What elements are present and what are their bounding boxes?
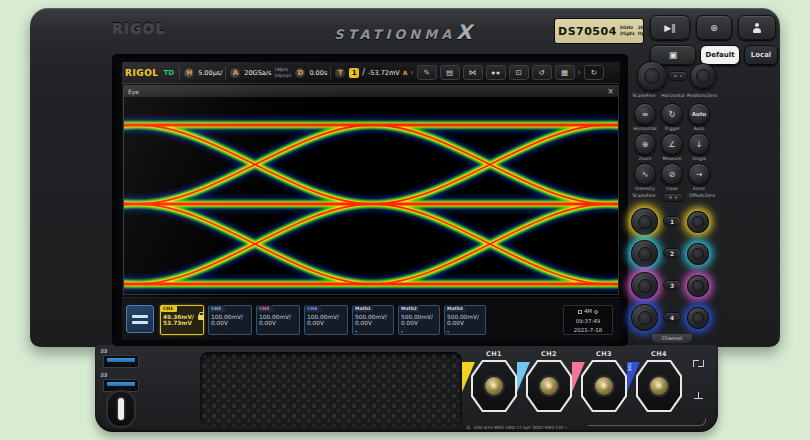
expander-icon[interactable]: ▾ [401,329,403,334]
bezel-series-name: STATIONMAX [290,20,520,44]
intensity-button[interactable]: ∿ [634,163,656,185]
trigger-slope-icon: / [362,68,365,77]
dots-button[interactable]: ● ● [486,65,506,80]
sample-rate-value[interactable]: 20GSa/s [244,69,271,77]
trigger-button[interactable]: ↻ [661,103,683,125]
default-button[interactable]: Default [700,45,740,65]
channel-box-ch3[interactable]: CH3 100.00mV/ 0.00V [256,305,300,335]
measure-button[interactable]: ∠ [661,133,683,155]
toolbar-back-chevron[interactable]: ‹ [410,68,413,77]
clock-date: 2021-7-18 [564,326,612,336]
horizontal-nav-button[interactable] [668,71,688,81]
clear-button[interactable]: ⊘ [661,163,683,185]
ch4-menu-button[interactable]: 4 [663,312,681,322]
channel-tab[interactable]: Channel [652,334,692,343]
record-icon [594,310,598,314]
expander-icon[interactable]: ▾ [447,329,449,334]
ch2-menu-button[interactable]: 2 [663,248,681,258]
ch2-bnc-connector [526,360,572,412]
settings-button[interactable]: ⊛ [696,15,732,40]
eye-diagram-button[interactable]: ⋈ [463,65,483,80]
zoom-button[interactable]: ⊕ [634,133,656,155]
model-badge: DS70504 5GHz2Gpts 20GSa/sOption [554,18,644,44]
vertical-nav-button[interactable] [662,193,684,202]
local-button[interactable]: Local [744,45,778,65]
timebase-value[interactable]: 5.00µs/ [198,69,222,77]
label-horizontal: Horizontal [658,93,688,98]
ch3-bnc-connector [581,360,627,412]
channel-box-ch4[interactable]: CH4 100.00mV/ 0.00V [304,305,348,335]
square-wave-icon [693,360,704,367]
ch1-offset-knob[interactable] [687,211,709,233]
stop-run-button[interactable]: ⊡ [509,65,529,80]
usb-ss-label-2: SS [100,372,107,378]
ch4-offset-knob[interactable] [687,307,709,329]
channel-box-ch1[interactable]: CH1 49.36mV/ 53.73mV [160,305,204,335]
expander-icon[interactable]: ▾ [355,329,357,334]
close-icon[interactable]: × [607,88,614,96]
acquire-mode-indicator: TD [164,69,175,77]
ch2-label: CH2 [527,350,571,358]
horizontal-badge-icon[interactable]: H [183,67,195,79]
trigger-source-badge[interactable]: 1 [349,68,359,78]
lock-icon [198,315,204,320]
usb-port-1 [103,355,139,368]
force-button[interactable]: → [688,163,710,185]
channel-box-ch2[interactable]: CH2 100.00mV/ 0.00V [208,305,252,335]
horizontal-scale-knob[interactable] [637,61,667,91]
ch3-label: CH3 [582,350,626,358]
usb-ss-label-1: SS [100,348,107,354]
run-pause-button[interactable]: ▶‖ [650,15,690,40]
refresh-button[interactable]: ↻ [584,65,604,80]
label-scale-fine-bottom: Scale/Fine [628,193,660,198]
speaker-grille [200,352,462,426]
series-text: STATIONMA [334,27,455,42]
toolbar-more-chevron[interactable]: › [578,68,581,77]
ch3-offset-knob[interactable] [687,275,709,297]
ch3-menu-button[interactable]: 3 [663,280,681,290]
apps-grid-button[interactable]: ▦ [555,65,575,80]
annotate-button[interactable]: ✎ [417,65,437,80]
math3-box[interactable]: Math3 500.00mV/ 0.00V ▾ [444,305,486,335]
ch4-bracket-line [588,418,706,426]
math2-box[interactable]: Math2 500.00mV/ 0.00V ▾ [398,305,440,335]
model-number: DS70504 [558,25,617,38]
model-specs-col1: 5GHz2Gpts [620,25,635,38]
trigger-level-value[interactable]: -53.72mV [368,69,400,77]
ch1-menu-button[interactable]: 1 [663,216,681,226]
ch2-offset-knob[interactable] [687,243,709,265]
display-menu-icon[interactable] [126,305,154,333]
gear-icon: ⊛ [710,23,718,33]
toolbar-rigol-logo: RIGOL [125,68,159,78]
delay-badge-icon[interactable]: D [294,67,306,79]
eye-window-title: Eye [128,88,139,95]
auto-button[interactable]: Auto [688,103,710,125]
eye-diagram [124,98,618,294]
eye-window-titlebar[interactable]: Eye × [124,86,618,97]
user-button[interactable] [738,15,776,40]
play-pause-icon: ▶‖ [664,23,675,33]
math1-box[interactable]: Math1 500.00mV/ 0.00V ▾ [352,305,394,335]
ch2-scale-knob[interactable] [631,240,658,267]
input-rating-text: ⚠ 50Ω ≤5V RMS 1MΩ 77.5pF 300V RMS CAT I [466,424,566,430]
cursor-table-button[interactable]: ▤ [440,65,460,80]
horizontal-button[interactable]: ≡ [634,103,656,125]
ch1-scale-knob[interactable] [631,208,658,235]
bezel-rigol-logo: RIGOL [112,20,165,36]
horizontal-position-knob[interactable] [690,63,716,89]
label-scale-fine-top: Scale/Fine [628,93,660,98]
ch3-scale-knob[interactable] [631,272,658,299]
ch4-scale-knob[interactable] [631,304,658,331]
trigger-coupling: A [403,69,408,76]
history-button[interactable]: ↺ [532,65,552,80]
delay-value[interactable]: 0.00s [309,69,327,77]
trigger-badge-icon[interactable]: T [334,67,346,79]
label-position-zero: Position/Zero [686,93,718,98]
acquisition-badge-icon[interactable]: A [229,67,241,79]
clock-time: 09:37:49 [564,317,612,327]
depth-icon [578,310,582,314]
clock-block[interactable]: 4M 09:37:49 2021-7-18 [563,305,613,335]
single-button[interactable]: ↓ [688,133,710,155]
power-button[interactable] [106,390,136,428]
screenshot-icon: ▣ [669,50,678,60]
